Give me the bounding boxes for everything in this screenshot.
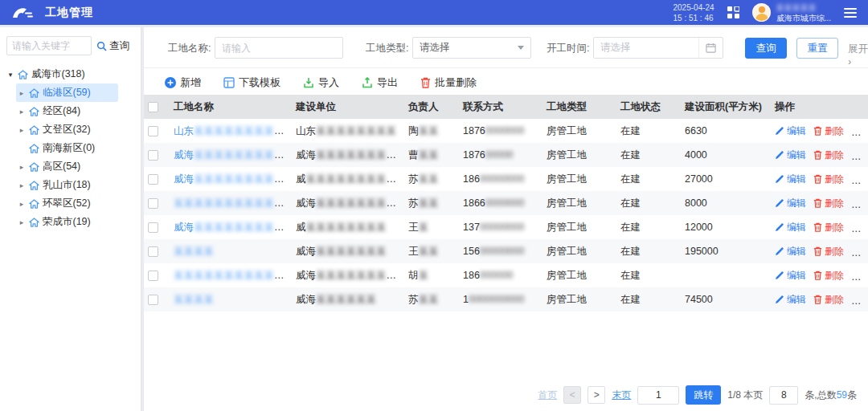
sidebar-search-button[interactable]: 查询 [96,39,129,53]
row-checkbox[interactable] [148,295,158,305]
tree-item-威海市[interactable]: ▾威海市(318) [5,65,118,83]
edit-button[interactable]: 编辑 [775,124,806,138]
edit-button[interactable]: 编辑 [775,173,806,186]
phone-cell: 13700000000 [459,215,542,239]
area-cell: 8000 [681,191,771,215]
batch-delete-button[interactable]: 批量删除 [420,75,477,90]
jump-button[interactable]: 跳转 [686,385,721,405]
caret-icon[interactable]: ▸ [18,108,26,116]
site-name-link[interactable]: 某某某某某某某某某某某某某 [174,197,292,209]
delete-button[interactable]: 删除 [813,221,844,234]
start-time-picker[interactable]: 请选择 [593,37,723,59]
delete-icon [813,295,822,304]
person-cell: 苏某某 [404,167,459,191]
row-checkbox[interactable] [148,198,158,209]
apps-grid-icon[interactable] [727,6,739,18]
caret-icon[interactable]: ▸ [18,200,26,208]
query-button[interactable]: 查询 [745,38,787,59]
row-checkbox[interactable] [148,126,158,136]
row-checkbox[interactable] [148,222,158,233]
site-name-link[interactable]: 威海某某某某某某某某某某某某某某 [174,173,292,185]
tree-item-荣成市[interactable]: ▸荣成市(19) [16,213,118,231]
avatar[interactable] [752,3,771,22]
reset-button[interactable]: 重置 [796,38,838,59]
delete-button[interactable]: 删除 [813,269,844,283]
phone-cell: 187600000 [459,143,542,167]
tree-item-文登区[interactable]: ▸文登区(32) [16,120,118,139]
page-number-input[interactable] [637,386,679,405]
caret-icon[interactable]: ▸ [18,181,26,189]
delete-icon [813,126,822,136]
import-button-label: 导入 [318,75,339,90]
site-name-link[interactable]: 威海某某某某某某某某某某某某 [174,149,292,161]
home-icon [29,144,39,153]
table-row: 威海某某某某某某某某某某某某某某威某某某某某某某某王某13700000000房管… [144,215,868,239]
chevron-down-icon [518,46,524,50]
row-checkbox[interactable] [148,271,158,281]
edit-icon [775,126,784,136]
person-cell: 曹某某 [404,143,459,167]
caret-icon[interactable]: ▸ [18,218,26,226]
site-type-select[interactable]: 请选择 [412,37,531,59]
edit-button[interactable]: 编辑 [775,221,806,234]
add-button[interactable]: 新增 [165,75,201,90]
keyword-search-input[interactable] [6,36,92,55]
tree-item-环翠区[interactable]: ▸环翠区(52) [16,194,118,213]
home-icon [29,218,39,227]
delete-button[interactable]: 删除 [813,173,844,186]
delete-button[interactable]: 删除 [813,293,844,307]
caret-icon[interactable]: ▸ [18,126,26,134]
edit-button[interactable]: 编辑 [775,245,806,258]
select-all-checkbox[interactable] [148,102,158,112]
next-page-button[interactable]: > [588,386,605,404]
edit-button[interactable]: 编辑 [775,149,806,162]
delete-icon [813,246,822,256]
export-button[interactable]: 导出 [362,75,398,90]
page-size-input[interactable] [769,386,798,405]
edit-button[interactable]: 编辑 [775,269,806,283]
expand-link[interactable]: 展开 › [848,43,868,67]
delete-button[interactable]: 删除 [813,245,844,258]
prev-page-button[interactable]: < [563,386,581,404]
edit-button[interactable]: 编辑 [775,293,806,307]
area-cell: 74500 [681,287,771,311]
calendar-icon [698,38,716,58]
row-checkbox[interactable] [148,174,158,185]
site-name-link[interactable]: 威海某某某某某某某某某某某某某某 [174,222,292,233]
col-status: 工地状态 [616,95,681,119]
person-cell: 王某某 [404,239,459,263]
site-name-link[interactable]: 某某某某 [174,294,214,305]
home-icon [29,107,39,116]
delete-button[interactable]: 删除 [813,124,844,138]
tree-item-南海新区[interactable]: 南海新区(0) [16,139,118,157]
tree-item-经区[interactable]: ▸经区(84) [16,102,118,120]
tree-item-乳山市[interactable]: ▸乳山市(18) [16,176,118,194]
main-panel: 工地名称: 工地类型: 请选择 开工时间: 请选择 查询 重置 展开 › [144,27,868,411]
reset-button-label: 重置 [808,42,828,55]
delete-button[interactable]: 删除 [813,197,844,210]
tree-item-临港区[interactable]: ▸临港区(59) [16,83,118,102]
caret-icon[interactable]: ▸ [18,163,26,171]
site-name-link[interactable]: 某某某某 [174,246,214,257]
first-page-link[interactable]: 首页 [538,389,557,402]
caret-icon[interactable]: ▸ [18,89,26,97]
download-template-button[interactable]: 下载模板 [223,75,280,90]
last-page-link[interactable]: 末页 [612,389,631,402]
edit-button[interactable]: 编辑 [775,197,806,210]
hamburger-menu-icon[interactable] [844,8,857,18]
tree-item-高区[interactable]: ▸高区(54) [16,157,118,176]
site-table-body: 山东某某某某某某某某某某某某山东某某某某某某某某陶某某18760000000房管… [144,119,868,311]
table-row: 威海某某某某某某某某某某某某威海某某某某某某某某某曹某某187600000房管工… [144,143,868,167]
date-text: 2025-04-24 [674,2,714,13]
import-button[interactable]: 导入 [303,75,339,90]
unit-cell: 威海某某某某某某某某某 [292,143,404,167]
site-name-link[interactable]: 某某某某某某某某某某某某某 [174,270,292,281]
row-checkbox[interactable] [148,246,158,257]
row-checkbox[interactable] [148,150,158,161]
site-name-input[interactable] [215,37,343,59]
delete-button[interactable]: 删除 [813,149,844,162]
user-info[interactable]: 某某某某某 威海市城市综... [776,2,831,23]
caret-icon[interactable]: ▾ [6,71,14,79]
site-name-link[interactable]: 山东某某某某某某某某某某某某 [174,125,292,136]
status-cell: 在建 [616,215,681,239]
